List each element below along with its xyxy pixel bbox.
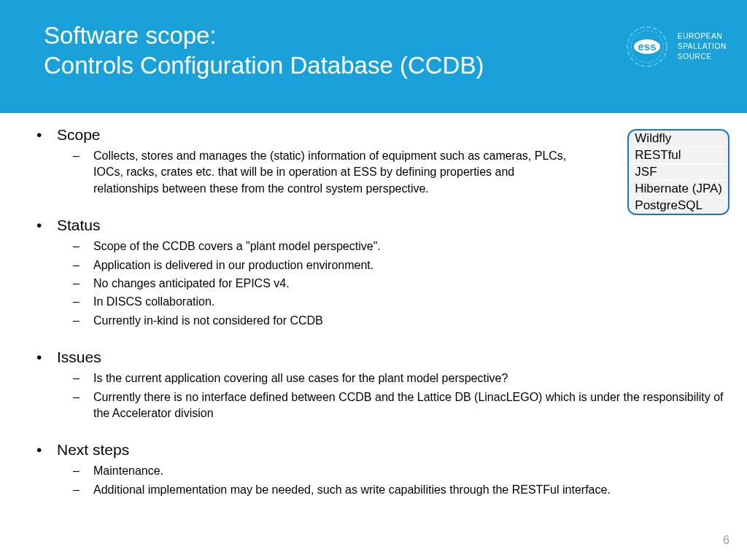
section-heading-status: Status <box>57 217 725 234</box>
org-line-2: SPALLATION <box>678 42 727 52</box>
svg-text:ess: ess <box>638 40 656 52</box>
list-item: No changes anticipated for EPICS v4. <box>93 276 725 294</box>
list-item: In DISCS collaboration. <box>93 294 725 312</box>
org-line-1: EUROPEAN <box>678 31 727 42</box>
list-item: Scope of the CCDB covers a "plant model … <box>93 238 725 257</box>
logo-block: ess EUROPEAN SPALLATION SOURCE <box>624 23 727 70</box>
org-line-3: SOURCE <box>678 52 727 62</box>
page-number: 6 <box>723 534 729 547</box>
list-item: Currently there is no interface defined … <box>93 389 725 424</box>
title-line-1: Software scope: <box>44 20 703 50</box>
section-heading-issues: Issues <box>57 349 725 366</box>
status-list: Scope of the CCDB covers a "plant model … <box>93 238 725 331</box>
next-steps-list: Maintenance. Additional implementation m… <box>93 463 725 500</box>
section-heading-next-steps: Next steps <box>57 441 725 459</box>
list-item: Currently in-kind is not considered for … <box>93 313 725 331</box>
list-item: Additional implementation may be needed,… <box>93 482 725 500</box>
scope-list: Collects, stores and manages the (static… <box>93 148 582 199</box>
list-item: Maintenance. <box>93 463 725 481</box>
org-name: EUROPEAN SPALLATION SOURCE <box>678 31 727 62</box>
list-item: Is the current application covering all … <box>93 370 725 389</box>
slide-content: Scope Collects, stores and manages the (… <box>0 113 747 500</box>
ess-logo-icon: ess <box>624 23 670 70</box>
list-item: Collects, stores and manages the (static… <box>93 148 582 199</box>
section-heading-scope: Scope <box>57 126 725 144</box>
slide-header: Software scope: Controls Configuration D… <box>0 0 747 113</box>
list-item: Application is delivered in our producti… <box>93 257 725 276</box>
issues-list: Is the current application covering all … <box>93 370 725 424</box>
title-line-2: Controls Configuration Database (CCDB) <box>44 50 703 80</box>
